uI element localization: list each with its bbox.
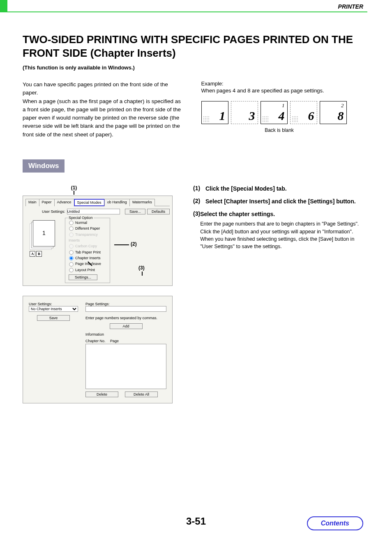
step-title: Click the [Special Modes] tab. xyxy=(205,185,287,193)
section-header: PRINTER xyxy=(338,3,363,10)
callout-2: (2) xyxy=(131,241,137,247)
callout-tick xyxy=(142,272,143,276)
halftone-icon xyxy=(292,116,298,122)
save-button[interactable]: Save... xyxy=(125,209,145,214)
availability-note: (This function is only available in Wind… xyxy=(23,64,363,71)
radio-tab-paper[interactable]: Tab Paper Print xyxy=(69,249,106,255)
tab-main[interactable]: Main xyxy=(25,199,39,206)
save-button-2[interactable]: Save xyxy=(37,315,70,321)
tab-advance[interactable]: Advance xyxy=(54,199,74,206)
contents-button[interactable]: Contents xyxy=(307,516,363,530)
orientation-a-icon[interactable]: A xyxy=(30,251,35,257)
page-number-glyph: 8 xyxy=(338,110,344,122)
page-header: Page xyxy=(110,339,119,343)
chapter-no-header: Chapter No. xyxy=(85,339,110,343)
back-blank-label: Back is blank xyxy=(201,127,357,133)
page-settings-hint: Enter page numbers separated by commas. xyxy=(85,316,166,320)
radio-chapter-inserts[interactable]: Chapter Inserts xyxy=(69,255,106,261)
step-number: (1) xyxy=(193,185,205,193)
page-number-glyph: 3 xyxy=(249,110,255,122)
page-number: 3-51 xyxy=(186,516,206,527)
radio-transparency: Transparency Inserts xyxy=(69,232,106,244)
diagram-page: 1 xyxy=(201,101,228,124)
add-button[interactable]: Add xyxy=(110,323,143,329)
special-option-group: Special Option Normal Different Paper Tr… xyxy=(65,218,110,283)
diagram-page: 6 xyxy=(290,101,317,124)
tab-watermarks[interactable]: Watermarks xyxy=(129,199,155,206)
tab-job-handling[interactable]: ob Handling xyxy=(104,199,130,206)
callout-line xyxy=(114,244,129,245)
page-number-glyph: 6 xyxy=(308,110,314,122)
os-badge: Windows xyxy=(23,159,65,173)
accent-bar xyxy=(0,0,7,12)
corner-num: 1 xyxy=(282,102,285,109)
page-title: TWO-SIDED PRINTING WITH SPECIFIC PAGES P… xyxy=(23,33,363,60)
example-label: Example: xyxy=(201,81,364,87)
halftone-icon xyxy=(262,116,269,122)
radio-layout-print[interactable]: Layout Print xyxy=(69,267,106,273)
user-settings-label: User Settings: xyxy=(42,210,65,214)
radio-normal[interactable]: Normal xyxy=(69,220,106,226)
page-settings-label: Page Settings: xyxy=(85,302,166,306)
halftone-icon xyxy=(203,116,210,122)
page-settings-input[interactable] xyxy=(85,306,166,312)
callout-3: (3) xyxy=(138,265,145,271)
step-title: Select [Chapter Inserts] and click the [… xyxy=(205,198,356,205)
tab-bar: Main Paper Advance Special Modes ob Hand… xyxy=(25,198,170,206)
defaults-button[interactable]: Defaults xyxy=(147,209,170,214)
user-settings-input[interactable] xyxy=(67,209,120,214)
user-settings-label-2: User Settings: xyxy=(29,302,78,306)
information-label: Information xyxy=(85,332,166,336)
group-legend: Special Option xyxy=(68,216,94,220)
print-dialog: Main Paper Advance Special Modes ob Hand… xyxy=(23,196,173,286)
step-body: Enter the page numbers that are to begin… xyxy=(200,220,363,250)
callout-1: (1) xyxy=(66,185,82,191)
chapter-settings-dialog: User Settings: No Chapter Inserts Save P… xyxy=(23,296,173,403)
step-title: Select the chapter settings. xyxy=(200,210,363,218)
page-number-glyph: 4 xyxy=(279,110,285,122)
preview-pane: A B xyxy=(25,218,62,257)
information-list xyxy=(85,344,166,389)
sheet-icon xyxy=(33,220,55,246)
chapter-preset-select[interactable]: No Chapter Inserts xyxy=(29,306,78,312)
page-number-glyph: 1 xyxy=(219,110,226,122)
diagram-page: 2 8 xyxy=(320,101,347,124)
corner-num: 2 xyxy=(341,102,344,109)
instruction-steps: (1) Click the [Special Modes] tab. (2) S… xyxy=(193,185,363,255)
tab-paper[interactable]: Paper xyxy=(39,199,55,206)
diagram-page: 3 xyxy=(231,101,258,124)
diagram-page: 1 4 xyxy=(261,101,288,124)
example-desc: When pages 4 and 8 are specified as page… xyxy=(201,88,364,94)
radio-carbon-copy: Carbon Copy xyxy=(69,243,106,249)
page-diagram: 1 3 1 4 6 2 8 xyxy=(201,101,364,124)
radio-different-paper[interactable]: Different Paper xyxy=(69,226,106,231)
callout-tick xyxy=(74,191,74,195)
delete-button[interactable]: Delete xyxy=(85,391,118,397)
accent-rule xyxy=(7,12,367,12)
settings-button[interactable]: Settings... xyxy=(69,274,97,280)
intro-text: You can have specific pages printed on t… xyxy=(23,81,185,139)
step-number: (2) xyxy=(193,198,205,205)
delete-all-button[interactable]: Delete All xyxy=(125,391,158,397)
tab-special-modes[interactable]: Special Modes xyxy=(74,199,105,206)
step-number: (3) xyxy=(193,210,200,250)
orientation-b-icon[interactable]: B xyxy=(36,251,42,257)
